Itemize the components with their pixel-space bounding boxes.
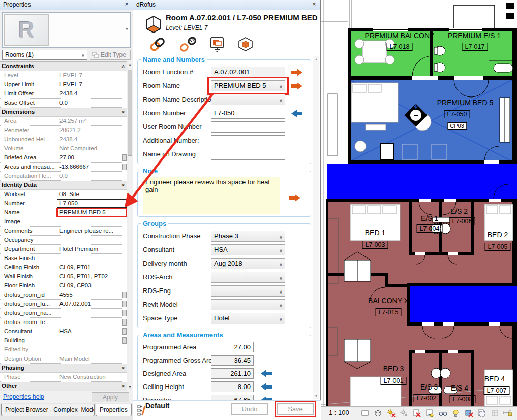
revit-model-dropdown[interactable]: ∨ <box>211 299 285 310</box>
property-more-button[interactable] <box>122 337 127 344</box>
perimeter-input[interactable]: 67.65 <box>211 395 254 400</box>
undo-button[interactable]: Undo <box>231 403 268 415</box>
property-value[interactable]: 0.0 <box>57 99 127 107</box>
property-more-button[interactable] <box>122 292 127 298</box>
save-button[interactable]: Save <box>277 403 314 415</box>
room-finish-tag[interactable]: CP03 <box>447 122 467 130</box>
collapse-chevron-icon[interactable]: « <box>119 108 128 116</box>
visual-style-icon[interactable] <box>360 408 370 418</box>
name-on-drawing-input[interactable] <box>211 149 285 160</box>
room-function-input[interactable]: A.07.02.001 <box>211 67 285 78</box>
lighting-icon[interactable] <box>399 408 409 418</box>
type-selector[interactable]: R ▾ <box>2 12 131 48</box>
property-value[interactable]: L7-050 <box>57 199 127 208</box>
category-filter-dropdown[interactable]: Rooms (1) ∨ <box>2 50 87 60</box>
property-value[interactable]: LEVEL 7 <box>57 71 127 80</box>
property-more-button[interactable] <box>122 310 127 316</box>
property-value[interactable]: CL09, CP03 <box>57 281 127 290</box>
property-value[interactable]: 2438.4 <box>57 135 127 144</box>
pull-from-revit-arrow-icon[interactable] <box>261 383 272 393</box>
close-icon[interactable]: × <box>310 0 318 10</box>
unlink-room-icon[interactable] <box>179 37 197 54</box>
room-name-description-dropdown[interactable]: ∨ <box>211 94 285 105</box>
property-value[interactable]: 4555 <box>57 290 127 299</box>
room-tag[interactable]: L7-006 <box>449 217 475 225</box>
pull-from-revit-arrow-icon[interactable] <box>291 110 302 119</box>
apply-button[interactable]: Apply <box>92 392 129 402</box>
properties-help-link[interactable]: Properties help <box>3 393 44 400</box>
property-value[interactable]: 2438.4 <box>57 89 127 98</box>
property-value[interactable] <box>57 217 127 226</box>
property-value[interactable]: HSA <box>57 327 127 336</box>
property-value[interactable] <box>57 236 127 244</box>
shadows-icon[interactable] <box>373 408 383 418</box>
show-in-3d-icon[interactable] <box>237 37 254 54</box>
room-tag[interactable]: L7-007 <box>484 386 510 395</box>
reveal-constraints-icon[interactable] <box>503 408 512 418</box>
reveal-hidden-elements-icon[interactable] <box>451 408 461 418</box>
property-value[interactable] <box>57 254 127 263</box>
programmed-area-input[interactable]: 27.00 <box>211 342 254 352</box>
property-more-button[interactable] <box>122 301 127 307</box>
edit-type-button[interactable]: Edit Type <box>90 50 131 60</box>
link-room-icon[interactable] <box>148 37 167 54</box>
default-config-label[interactable]: Default <box>145 402 169 410</box>
type-dropdown-chevron-icon[interactable]: ▾ <box>126 26 128 31</box>
property-section-header[interactable]: Constraints« <box>0 62 127 71</box>
show-crop-region-icon[interactable] <box>425 408 435 418</box>
property-value[interactable]: 0.0 <box>57 172 127 180</box>
room-tag[interactable]: L7-018 <box>387 43 413 51</box>
push-to-revit-arrow-icon[interactable] <box>291 69 302 78</box>
property-more-button[interactable] <box>122 164 127 170</box>
additional-number-input[interactable] <box>211 135 285 146</box>
scroll-down-icon[interactable]: ▾ <box>313 394 319 398</box>
property-value[interactable]: CL09, PT01 <box>57 263 127 272</box>
room-tag[interactable]: L7-004 <box>417 224 443 233</box>
rds-arch-dropdown[interactable]: ∨ <box>211 272 285 283</box>
temporary-hide-isolate-icon[interactable] <box>438 408 448 418</box>
room-name-dropdown[interactable]: PREMIUM BED 5∨ <box>211 80 285 91</box>
note-textarea[interactable]: Engineer please review this space for he… <box>143 177 280 214</box>
push-to-revit-arrow-icon[interactable] <box>289 194 300 204</box>
floor-plan-view[interactable]: PREMIUM BALCONY L7-018 PREMIUM E/S 1 L7-… <box>321 0 517 420</box>
ceiling-height-input[interactable]: 8.00 <box>211 381 254 392</box>
property-value[interactable]: Main Model <box>57 354 127 363</box>
property-value[interactable]: Not Computed <box>57 144 127 153</box>
designed-area-input[interactable]: 261.10 <box>211 368 254 379</box>
pull-from-revit-arrow-icon[interactable] <box>261 396 272 400</box>
view-scale[interactable]: 1 : 100 <box>329 409 349 416</box>
property-section-header[interactable]: Identity Data« <box>0 181 127 190</box>
property-value[interactable]: 20621.2 <box>57 126 127 135</box>
space-type-dropdown[interactable]: Hotel∨ <box>211 313 285 324</box>
room-tag[interactable]: L7-005 <box>485 243 511 251</box>
room-tag[interactable]: L7-002 <box>414 394 440 402</box>
property-value[interactable]: -13.666667 <box>57 163 127 171</box>
push-to-revit-arrow-icon[interactable] <box>291 82 302 92</box>
tab-properties[interactable]: Properties <box>96 404 132 416</box>
delivery-month-dropdown[interactable]: Aug 2018∨ <box>211 258 285 269</box>
worksharing-display-icon[interactable] <box>464 408 474 418</box>
programmed-gross-area-input[interactable]: 36.45 <box>211 355 254 366</box>
property-value[interactable]: New Construction <box>57 373 127 381</box>
room-number-input[interactable]: L7-050 <box>211 108 285 119</box>
property-value[interactable]: A.07.02.001 <box>57 300 127 308</box>
property-value[interactable]: Hotel Premium <box>57 245 127 253</box>
property-section-header[interactable]: Other« <box>0 382 127 391</box>
property-more-button[interactable] <box>122 328 127 335</box>
sun-path-icon[interactable] <box>386 408 396 418</box>
scroll-down-icon[interactable]: ▾ <box>127 385 133 390</box>
property-value[interactable]: 24.257 m² <box>57 117 127 125</box>
room-tag[interactable]: L7-050 <box>444 110 470 118</box>
property-value[interactable]: CL05, PT01, PT02 <box>57 272 127 281</box>
user-room-number-input[interactable] <box>211 121 285 133</box>
property-section-header[interactable]: Phasing« <box>0 364 127 373</box>
property-value[interactable] <box>57 309 127 317</box>
room-tag[interactable]: L7-015 <box>376 308 402 316</box>
open-in-drofus-icon[interactable] <box>210 37 225 55</box>
property-more-button[interactable] <box>122 319 127 326</box>
property-value[interactable] <box>57 318 127 327</box>
pull-from-revit-arrow-icon[interactable] <box>261 370 272 379</box>
temporary-view-properties-icon[interactable] <box>477 408 486 418</box>
room-tag[interactable]: L7-008 <box>450 395 476 403</box>
drofus-scrollbar[interactable]: ▴ ▾ <box>313 56 319 399</box>
